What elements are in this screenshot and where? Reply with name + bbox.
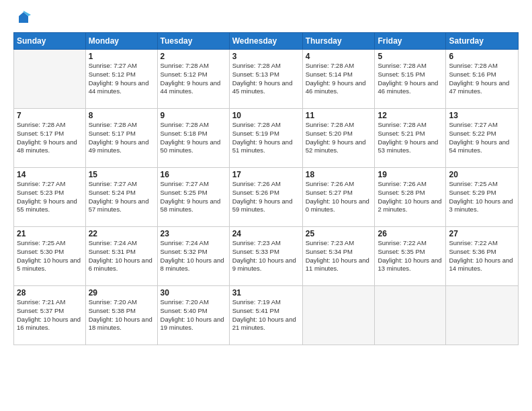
day-detail: Sunrise: 7:26 AM Sunset: 5:27 PM Dayligh…: [306, 180, 372, 214]
calendar-cell: 18Sunrise: 7:26 AM Sunset: 5:27 PM Dayli…: [302, 168, 375, 227]
day-number: 5: [378, 52, 443, 61]
day-number: 8: [89, 111, 154, 120]
day-detail: Sunrise: 7:20 AM Sunset: 5:38 PM Dayligh…: [89, 298, 154, 332]
day-detail: Sunrise: 7:27 AM Sunset: 5:23 PM Dayligh…: [17, 180, 83, 214]
day-detail: Sunrise: 7:22 AM Sunset: 5:35 PM Dayligh…: [378, 239, 443, 273]
day-detail: Sunrise: 7:27 AM Sunset: 5:24 PM Dayligh…: [89, 180, 154, 214]
calendar-cell: [302, 286, 375, 345]
day-detail: Sunrise: 7:20 AM Sunset: 5:40 PM Dayligh…: [161, 298, 226, 332]
calendar-cell: 31Sunrise: 7:19 AM Sunset: 5:41 PM Dayli…: [229, 286, 302, 345]
week-row-4: 21Sunrise: 7:25 AM Sunset: 5:30 PM Dayli…: [14, 227, 519, 286]
day-number: 9: [161, 111, 226, 120]
day-detail: Sunrise: 7:27 AM Sunset: 5:12 PM Dayligh…: [89, 62, 154, 96]
calendar-cell: 7Sunrise: 7:28 AM Sunset: 5:17 PM Daylig…: [14, 109, 86, 168]
calendar-cell: 6Sunrise: 7:28 AM Sunset: 5:16 PM Daylig…: [446, 50, 519, 109]
day-number: 24: [232, 229, 300, 238]
day-detail: Sunrise: 7:28 AM Sunset: 5:15 PM Dayligh…: [378, 62, 443, 96]
day-detail: Sunrise: 7:27 AM Sunset: 5:25 PM Dayligh…: [161, 180, 226, 214]
week-row-1: 1Sunrise: 7:27 AM Sunset: 5:12 PM Daylig…: [14, 50, 519, 109]
day-number: 30: [161, 288, 226, 298]
logo-icon: [16, 11, 31, 26]
calendar-cell: 25Sunrise: 7:23 AM Sunset: 5:34 PM Dayli…: [302, 227, 375, 286]
calendar-cell: 4Sunrise: 7:28 AM Sunset: 5:14 PM Daylig…: [302, 50, 375, 109]
day-number: 7: [17, 111, 83, 120]
day-detail: Sunrise: 7:28 AM Sunset: 5:17 PM Dayligh…: [89, 121, 154, 155]
calendar-cell: [446, 286, 519, 345]
day-number: 21: [17, 229, 83, 238]
calendar-cell: 1Sunrise: 7:27 AM Sunset: 5:12 PM Daylig…: [85, 50, 157, 109]
day-number: 29: [89, 288, 154, 298]
day-detail: Sunrise: 7:23 AM Sunset: 5:33 PM Dayligh…: [232, 239, 300, 273]
day-detail: Sunrise: 7:28 AM Sunset: 5:14 PM Dayligh…: [306, 62, 372, 96]
day-number: 2: [161, 52, 226, 61]
weekday-header-thursday: Thursday: [302, 33, 375, 50]
day-number: 23: [161, 229, 226, 238]
calendar-cell: 14Sunrise: 7:27 AM Sunset: 5:23 PM Dayli…: [14, 168, 86, 227]
day-number: 26: [378, 229, 443, 238]
calendar-cell: 29Sunrise: 7:20 AM Sunset: 5:38 PM Dayli…: [85, 286, 157, 345]
calendar-cell: [14, 50, 86, 109]
day-number: 11: [306, 111, 372, 120]
day-detail: Sunrise: 7:24 AM Sunset: 5:32 PM Dayligh…: [161, 239, 226, 273]
calendar-cell: 8Sunrise: 7:28 AM Sunset: 5:17 PM Daylig…: [85, 109, 157, 168]
week-row-3: 14Sunrise: 7:27 AM Sunset: 5:23 PM Dayli…: [14, 168, 519, 227]
day-number: 3: [232, 52, 300, 61]
week-row-5: 28Sunrise: 7:21 AM Sunset: 5:37 PM Dayli…: [14, 286, 519, 345]
calendar-cell: 11Sunrise: 7:28 AM Sunset: 5:20 PM Dayli…: [302, 109, 375, 168]
calendar-cell: 17Sunrise: 7:26 AM Sunset: 5:26 PM Dayli…: [229, 168, 302, 227]
calendar-cell: 9Sunrise: 7:28 AM Sunset: 5:18 PM Daylig…: [157, 109, 229, 168]
day-number: 25: [306, 229, 372, 238]
day-detail: Sunrise: 7:22 AM Sunset: 5:36 PM Dayligh…: [449, 239, 515, 273]
weekday-header-wednesday: Wednesday: [229, 33, 302, 50]
weekday-header-row: SundayMondayTuesdayWednesdayThursdayFrid…: [14, 33, 519, 50]
day-number: 4: [306, 52, 372, 61]
logo: [13, 11, 31, 26]
day-detail: Sunrise: 7:25 AM Sunset: 5:29 PM Dayligh…: [449, 180, 515, 214]
week-row-2: 7Sunrise: 7:28 AM Sunset: 5:17 PM Daylig…: [14, 109, 519, 168]
calendar-cell: 13Sunrise: 7:27 AM Sunset: 5:22 PM Dayli…: [446, 109, 519, 168]
calendar-cell: 16Sunrise: 7:27 AM Sunset: 5:25 PM Dayli…: [157, 168, 229, 227]
day-number: 12: [378, 111, 443, 120]
day-number: 27: [449, 229, 515, 238]
day-number: 17: [232, 170, 300, 179]
header: [13, 11, 519, 26]
calendar-page: SundayMondayTuesdayWednesdayThursdayFrid…: [0, 0, 532, 411]
day-number: 31: [232, 288, 300, 298]
calendar-cell: 30Sunrise: 7:20 AM Sunset: 5:40 PM Dayli…: [157, 286, 229, 345]
day-detail: Sunrise: 7:23 AM Sunset: 5:34 PM Dayligh…: [306, 239, 372, 273]
calendar-cell: 26Sunrise: 7:22 AM Sunset: 5:35 PM Dayli…: [375, 227, 446, 286]
calendar-cell: 24Sunrise: 7:23 AM Sunset: 5:33 PM Dayli…: [229, 227, 302, 286]
calendar-cell: [375, 286, 446, 345]
calendar-cell: 28Sunrise: 7:21 AM Sunset: 5:37 PM Dayli…: [14, 286, 86, 345]
day-number: 16: [161, 170, 226, 179]
day-number: 10: [232, 111, 300, 120]
day-detail: Sunrise: 7:24 AM Sunset: 5:31 PM Dayligh…: [89, 239, 154, 273]
day-number: 6: [449, 52, 515, 61]
day-detail: Sunrise: 7:26 AM Sunset: 5:28 PM Dayligh…: [378, 180, 443, 214]
day-detail: Sunrise: 7:27 AM Sunset: 5:22 PM Dayligh…: [449, 121, 515, 155]
weekday-header-saturday: Saturday: [446, 33, 519, 50]
day-detail: Sunrise: 7:28 AM Sunset: 5:13 PM Dayligh…: [232, 62, 300, 96]
calendar-cell: 3Sunrise: 7:28 AM Sunset: 5:13 PM Daylig…: [229, 50, 302, 109]
calendar-cell: 2Sunrise: 7:28 AM Sunset: 5:12 PM Daylig…: [157, 50, 229, 109]
calendar-cell: 12Sunrise: 7:28 AM Sunset: 5:21 PM Dayli…: [375, 109, 446, 168]
calendar-cell: 5Sunrise: 7:28 AM Sunset: 5:15 PM Daylig…: [375, 50, 446, 109]
day-number: 18: [306, 170, 372, 179]
day-detail: Sunrise: 7:28 AM Sunset: 5:12 PM Dayligh…: [161, 62, 226, 96]
day-detail: Sunrise: 7:19 AM Sunset: 5:41 PM Dayligh…: [232, 298, 300, 332]
weekday-header-tuesday: Tuesday: [157, 33, 229, 50]
day-number: 13: [449, 111, 515, 120]
day-detail: Sunrise: 7:26 AM Sunset: 5:26 PM Dayligh…: [232, 180, 300, 214]
calendar-cell: 15Sunrise: 7:27 AM Sunset: 5:24 PM Dayli…: [85, 168, 157, 227]
calendar-cell: 23Sunrise: 7:24 AM Sunset: 5:32 PM Dayli…: [157, 227, 229, 286]
day-detail: Sunrise: 7:28 AM Sunset: 5:17 PM Dayligh…: [17, 121, 83, 155]
calendar-cell: 21Sunrise: 7:25 AM Sunset: 5:30 PM Dayli…: [14, 227, 86, 286]
calendar-cell: 19Sunrise: 7:26 AM Sunset: 5:28 PM Dayli…: [375, 168, 446, 227]
day-number: 15: [89, 170, 154, 179]
day-detail: Sunrise: 7:28 AM Sunset: 5:19 PM Dayligh…: [232, 121, 300, 155]
day-detail: Sunrise: 7:28 AM Sunset: 5:21 PM Dayligh…: [378, 121, 443, 155]
weekday-header-friday: Friday: [375, 33, 446, 50]
day-detail: Sunrise: 7:25 AM Sunset: 5:30 PM Dayligh…: [17, 239, 83, 273]
calendar-cell: 27Sunrise: 7:22 AM Sunset: 5:36 PM Dayli…: [446, 227, 519, 286]
day-detail: Sunrise: 7:28 AM Sunset: 5:20 PM Dayligh…: [306, 121, 372, 155]
